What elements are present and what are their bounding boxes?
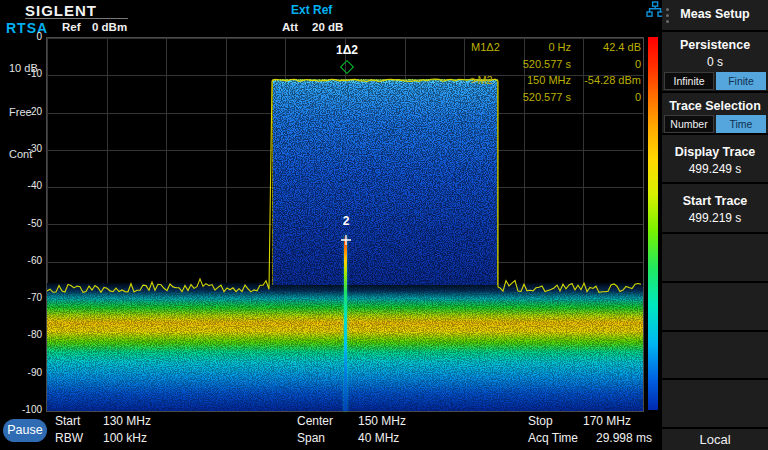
rbw-value[interactable]: 100 kHz <box>103 431 147 445</box>
y-tick: -90 <box>2 367 42 379</box>
amplitude-colorbar <box>648 37 658 410</box>
y-tick: -50 <box>2 218 42 230</box>
marker-cell <box>471 56 516 73</box>
siglent-logo: SIGLENT <box>25 2 97 19</box>
soft-menu: Meas Setup Persistence 0 s Infinite Fini… <box>662 0 768 450</box>
y-tick: -60 <box>2 255 42 267</box>
start-trace-title: Start Trace <box>662 184 768 208</box>
display-trace-panel[interactable]: Display Trace 499.249 s <box>662 135 768 182</box>
acq-time-value[interactable]: 29.998 ms <box>596 431 652 445</box>
trace-selection-title: Trace Selection <box>662 93 768 113</box>
span-value[interactable]: 40 MHz <box>358 431 399 445</box>
marker-cell: 0 <box>571 89 641 106</box>
start-value[interactable]: 130 MHz <box>103 414 151 428</box>
marker-cell: 0 Hz <box>516 39 571 56</box>
att-label: Att <box>282 21 298 33</box>
empty-panel <box>662 380 768 427</box>
marker-cell: -54.28 dBm <box>571 72 641 89</box>
y-tick: -70 <box>2 292 42 304</box>
analyzer-screen: SIGLENT Ext Ref RTSA Ref 0 dBm Att 20 dB… <box>0 0 768 450</box>
marker-readout-table: M1Δ2 0 Hz 42.4 dB 520.577 s 0 >M2 150 MH… <box>471 39 641 105</box>
persistence-title: Persistence <box>662 32 768 52</box>
y-axis: 0 -10 -20 -30 -40 -50 -60 -70 -80 -90 -1… <box>0 31 44 416</box>
start-label: Start <box>55 414 80 428</box>
marker-cell: M1Δ2 <box>471 39 516 56</box>
stop-value[interactable]: 170 MHz <box>583 414 631 428</box>
y-tick: 0 <box>2 31 42 43</box>
delta-marker-label: 1Δ2 <box>327 43 367 57</box>
persistence-display[interactable]: 1Δ2 2 M1Δ2 0 Hz 42.4 dB 520.577 s 0 >M2 … <box>46 37 644 412</box>
center-label: Center <box>297 414 333 428</box>
display-trace-value[interactable]: 499.249 s <box>662 159 768 176</box>
y-tick: -20 <box>2 106 42 118</box>
y-tick: -100 <box>2 404 42 416</box>
rbw-label: RBW <box>55 431 83 445</box>
marker2-cross[interactable] <box>341 235 351 245</box>
menu-title: Meas Setup <box>662 0 768 21</box>
persistence-value[interactable]: 0 s <box>662 52 768 69</box>
menu-header[interactable]: Meas Setup <box>662 0 768 30</box>
marker-cell: 520.577 s <box>516 56 571 73</box>
ext-ref-indicator: Ext Ref <box>291 3 332 17</box>
logo-underline <box>25 18 128 19</box>
marker-cell: 520.577 s <box>516 89 571 106</box>
empty-panel <box>662 234 768 281</box>
empty-panel <box>662 283 768 330</box>
marker-cell <box>471 89 516 106</box>
start-trace-panel[interactable]: Start Trace 499.219 s <box>662 184 768 232</box>
persistence-infinite-button[interactable]: Infinite <box>664 72 714 90</box>
acq-time-label: Acq Time <box>528 431 578 445</box>
y-tick: -80 <box>2 329 42 341</box>
span-label: Span <box>297 431 325 445</box>
display-trace-title: Display Trace <box>662 135 768 159</box>
att-value[interactable]: 20 dB <box>312 21 343 33</box>
ref-label: Ref <box>62 21 81 33</box>
center-value[interactable]: 150 MHz <box>358 414 406 428</box>
trace-selection-panel[interactable]: Trace Selection Number Time <box>662 93 768 133</box>
marker-cell: 42.4 dB <box>571 39 641 56</box>
trace-time-button[interactable]: Time <box>716 115 766 133</box>
start-trace-value[interactable]: 499.219 s <box>662 208 768 225</box>
y-tick: -30 <box>2 143 42 155</box>
marker-cell: >M2 <box>471 72 516 89</box>
stop-label: Stop <box>528 414 553 428</box>
marker2-label: 2 <box>336 214 356 228</box>
y-tick: -10 <box>2 68 42 80</box>
trace-number-button[interactable]: Number <box>664 115 714 133</box>
marker-cell: 150 MHz <box>516 72 571 89</box>
y-tick: -40 <box>2 180 42 192</box>
ref-value[interactable]: 0 dBm <box>92 21 127 33</box>
marker-cell: 0 <box>571 56 641 73</box>
local-button[interactable]: Local <box>662 429 768 450</box>
persistence-panel[interactable]: Persistence 0 s Infinite Finite <box>662 32 768 91</box>
menu-handle-icon <box>666 8 669 23</box>
empty-panel <box>662 332 768 378</box>
persistence-finite-button[interactable]: Finite <box>716 72 766 90</box>
pause-button[interactable]: Pause <box>3 419 47 442</box>
